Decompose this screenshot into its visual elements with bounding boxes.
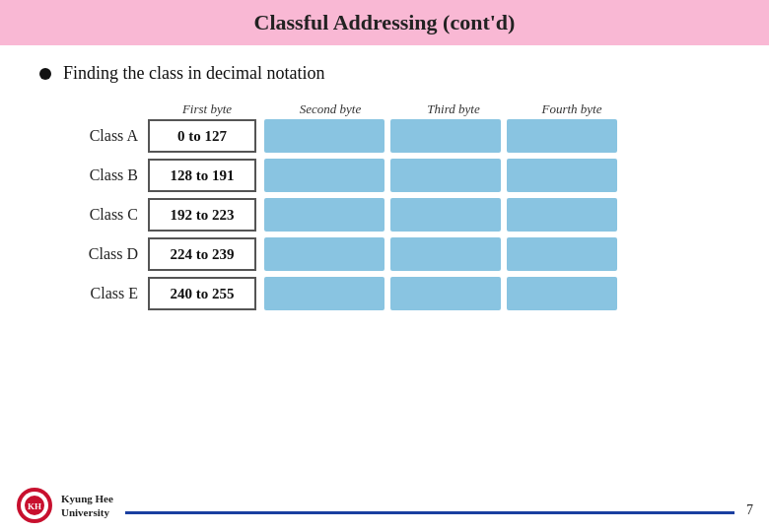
- table-area: First byte Second byte Third byte Fourth…: [59, 101, 730, 310]
- footer-line2: University: [61, 505, 113, 519]
- fourth-byte-c: [507, 198, 617, 232]
- second-byte-d: [264, 237, 384, 271]
- content-area: Finding the class in decimal notation Fi…: [0, 45, 769, 310]
- fourth-byte-e: [507, 277, 617, 310]
- first-byte-d: 224 to 239: [148, 237, 256, 271]
- second-byte-a: [264, 119, 384, 153]
- slide-title: Classful Addressing (cont'd): [254, 10, 516, 34]
- table-row: Class A 0 to 127: [59, 119, 730, 153]
- first-byte-a: 0 to 127: [148, 119, 256, 153]
- second-byte-e: [264, 277, 384, 310]
- table-header-row: First byte Second byte Third byte Fourth…: [59, 101, 730, 117]
- table-row: Class B 128 to 191: [59, 159, 730, 192]
- footer-university: Kyung Hee University: [61, 492, 113, 520]
- first-byte-b: 128 to 191: [148, 159, 256, 192]
- footer-line1: Kyung Hee: [61, 492, 113, 505]
- subtitle-text: Finding the class in decimal notation: [63, 63, 324, 84]
- table-row: Class D 224 to 239: [59, 237, 730, 271]
- slide: Classful Addressing (cont'd) Finding the…: [0, 0, 769, 532]
- row-label-b: Class B: [59, 166, 148, 184]
- row-label-c: Class C: [59, 206, 148, 224]
- row-label-a: Class A: [59, 127, 148, 145]
- table-row: Class E 240 to 255: [59, 277, 730, 310]
- row-label-e: Class E: [59, 285, 148, 302]
- svg-text:KH: KH: [28, 501, 41, 511]
- university-logo: KH: [16, 487, 53, 524]
- page-number: 7: [746, 502, 753, 524]
- first-byte-e: 240 to 255: [148, 277, 256, 310]
- fourth-byte-b: [507, 159, 617, 192]
- footer-left: KH Kyung Hee University: [16, 487, 113, 524]
- col-header-third: Third byte: [394, 101, 513, 117]
- col-header-fourth: Fourth byte: [513, 101, 631, 117]
- footer: KH Kyung Hee University 7: [0, 487, 769, 532]
- first-byte-c: 192 to 223: [148, 198, 256, 232]
- row-label-d: Class D: [59, 245, 148, 263]
- col-header-first: First byte: [148, 101, 266, 117]
- bullet-dot: [39, 68, 51, 80]
- third-byte-e: [390, 277, 501, 310]
- second-byte-b: [264, 159, 384, 192]
- footer-divider: [125, 511, 734, 514]
- third-byte-d: [390, 237, 501, 271]
- bullet-line: Finding the class in decimal notation: [39, 63, 730, 84]
- fourth-byte-d: [507, 237, 617, 271]
- title-bar: Classful Addressing (cont'd): [0, 0, 769, 45]
- col-header-second: Second byte: [266, 101, 394, 117]
- third-byte-a: [390, 119, 501, 153]
- second-byte-c: [264, 198, 384, 232]
- fourth-byte-a: [507, 119, 617, 153]
- table-row: Class C 192 to 223: [59, 198, 730, 232]
- third-byte-b: [390, 159, 501, 192]
- third-byte-c: [390, 198, 501, 232]
